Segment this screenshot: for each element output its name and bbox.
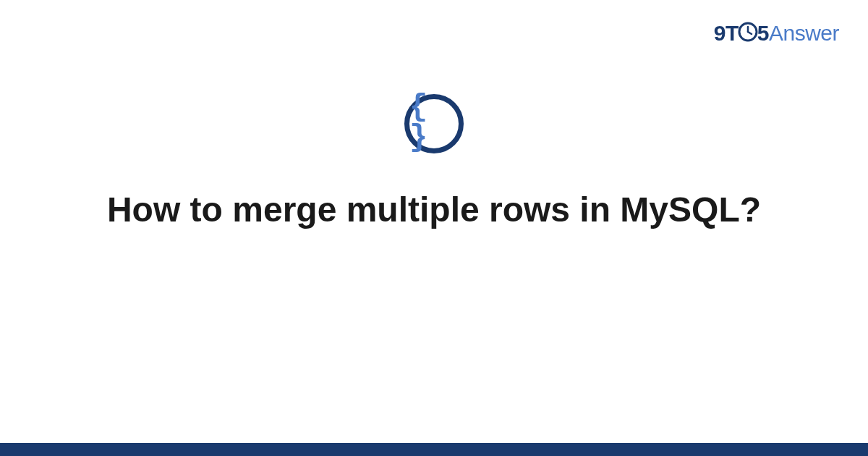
brand-part-answer: Answer	[769, 21, 839, 45]
brand-logo: 9T5Answer	[714, 20, 839, 46]
clock-icon	[738, 22, 758, 42]
brand-part-9t: 9T	[714, 21, 739, 45]
question-title: How to merge multiple rows in MySQL?	[107, 188, 761, 232]
footer-accent-bar	[0, 443, 868, 456]
code-braces-icon: { }	[409, 92, 459, 153]
category-badge: { }	[404, 94, 464, 153]
brand-part-5: 5	[757, 21, 769, 45]
main-content: { } How to merge multiple rows in MySQL?	[0, 94, 868, 232]
svg-line-2	[748, 32, 752, 34]
